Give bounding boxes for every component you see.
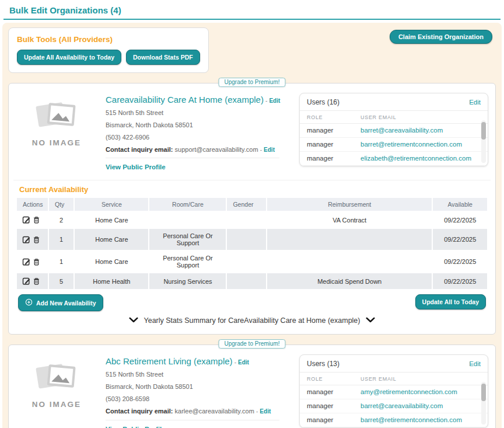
add-new-availability-button[interactable]: Add New Availability [18,294,103,311]
bulk-tools-card: Bulk Tools (All Providers) Update All Av… [8,27,209,73]
trash-icon[interactable] [33,215,40,224]
contact-email-edit-link[interactable]: Edit [260,408,271,415]
cell-service: Home Care [74,211,149,228]
user-role: manager [307,402,360,409]
users-col-role: ROLE [307,376,360,382]
users-scrollbar-track[interactable] [481,120,486,163]
view-public-profile-link[interactable]: View Public Profile [106,161,166,174]
contact-email-value: karlee@careavailability.com [175,408,254,415]
current-availability-title: Current Availability [19,185,487,194]
no-image-placeholder: NO IMAGE [19,93,94,174]
cell-service: Home Care [74,228,149,250]
download-stats-pdf-button[interactable]: Download Stats PDF [126,50,200,65]
users-scrollbar-thumb[interactable] [481,384,486,401]
users-scrollbar-track[interactable] [481,382,486,424]
separator-dash: - [256,408,258,415]
edit-icon[interactable] [22,277,31,286]
user-email-link[interactable]: amy@retirementconnection.com [360,388,457,395]
cell-reimbursement [267,228,433,250]
cell-gender [226,228,267,250]
cell-room-care [149,211,226,228]
users-panel: Users (13) Edit ROLE USER EMAIL manager … [299,354,488,428]
users-edit-link[interactable]: Edit [469,99,481,106]
no-image-label: NO IMAGE [19,138,94,147]
edit-icon[interactable] [22,215,31,224]
col-service: Service [74,198,149,211]
organization-edit-link[interactable]: Edit [269,98,280,104]
no-image-placeholder: NO IMAGE [19,354,94,428]
phone-number: (503) 208-6598 [106,393,288,405]
claim-existing-organization-button[interactable]: Claim Existing Organization [390,30,492,44]
users-panel-title: Users (13) [307,360,340,368]
cell-room-care: Personal Care Or Support [149,250,226,273]
organization-name: Abc Retirement Living (example) [106,356,233,366]
cell-gender [226,211,267,228]
page-title: Bulk Edit Organizations (4) [9,5,495,15]
upgrade-premium-badge[interactable]: Upgrade to Premium! [218,78,285,87]
trash-icon[interactable] [33,277,40,286]
no-image-label: NO IMAGE [19,400,94,409]
separator-dash: - [265,98,267,104]
cell-reimbursement [267,250,433,273]
col-qty: Qty [48,198,74,211]
user-email-link[interactable]: barret@retirementconnection.com [360,141,462,148]
cell-available: 09/22/2025 [432,228,487,250]
cell-available: 09/22/2025 [432,250,487,273]
chevron-down-icon[interactable] [366,316,375,325]
edit-icon[interactable] [22,235,31,244]
cell-service: Home Health [74,273,149,289]
separator-dash: - [260,147,262,153]
edit-icon[interactable] [22,258,31,266]
organization-card: Upgrade to Premium! NO IMAGE Careavailab… [8,83,496,335]
users-scrollbar-thumb[interactable] [481,122,486,140]
title-divider [4,19,501,20]
users-edit-link[interactable]: Edit [469,360,481,367]
view-public-profile-link[interactable]: View Public Profile [106,423,166,428]
trash-icon[interactable] [33,258,40,266]
contact-email-edit-link[interactable]: Edit [264,147,275,153]
chevron-down-icon[interactable] [129,316,138,325]
cell-qty: 2 [48,211,74,228]
organization-name: Careavailability Care At Home (example) [106,95,264,105]
col-gender: Gender [226,198,267,211]
separator-dash: - [235,359,236,366]
user-email-link[interactable]: elizabeth@retirementconnection.com [360,155,471,162]
cell-available: 09/22/2025 [432,273,487,289]
phone-number: (503) 422-6906 [106,131,288,144]
users-row: manager barret@careavailability.com [300,124,488,138]
address-line-2: Bismarck, North Dakota 58501 [106,119,288,131]
address-line-1: 515 North 5th Street [106,368,288,381]
users-col-email: USER EMAIL [360,376,397,382]
cell-qty: 1 [48,228,74,250]
user-email-link[interactable]: barret@careavailability.com [360,402,443,409]
organization-card: Upgrade to Premium! NO IMAGE Abc Retirem… [8,345,496,428]
yearly-stats-toggle[interactable]: Yearly Stats Summary for CareAvailabilit… [17,311,487,329]
cell-qty: 1 [48,250,74,273]
users-panel-title: Users (16) [307,98,340,106]
availability-table: Actions Qty Service Room/Care Gender Rei… [17,198,487,289]
cell-reimbursement: VA Contract [267,211,433,228]
col-available: Available [432,198,487,211]
col-reimbursement: Reimbursement [267,198,433,211]
cell-available: 09/22/2025 [432,211,487,228]
users-list: manager amy@retirementconnection.com man… [300,385,488,427]
users-row: manager amy@retirementconnection.com [300,385,488,399]
main-panel: Bulk Tools (All Providers) Update All Av… [2,23,502,428]
update-all-to-today-button[interactable]: Update All to Today [415,294,486,309]
availability-row: 1 Home Care Personal Care Or Support 09/… [17,250,487,273]
trash-icon[interactable] [33,235,40,244]
user-email-link[interactable]: barret@careavailability.com [360,127,443,134]
organization-edit-link[interactable]: Edit [238,359,249,366]
user-email-link[interactable]: barret@retirementconnection.com [360,416,462,423]
upgrade-premium-badge[interactable]: Upgrade to Premium! [218,339,285,349]
user-role: manager [307,155,360,162]
cell-gender [226,250,267,273]
contact-email-value: support@careavailability.com [175,146,258,153]
image-placeholder-icon [29,126,85,135]
contact-email-label: Contact inquiry email: [106,146,173,153]
cell-qty: 5 [48,273,74,289]
user-role: manager [307,141,360,148]
update-all-availability-button[interactable]: Update All Availability to Today [17,50,121,65]
address-line-2: Bismarck, North Dakota 58501 [106,381,288,393]
users-row: manager elizabeth@retirementconnection.c… [300,152,488,166]
